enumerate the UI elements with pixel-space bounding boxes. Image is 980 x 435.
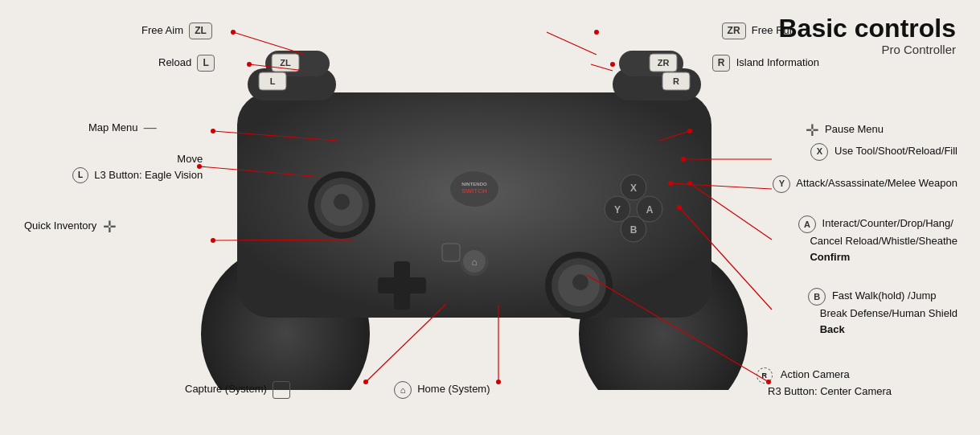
svg-point-53 xyxy=(594,30,599,35)
label-free-aim: Free Aim ZL xyxy=(141,23,212,39)
svg-point-22 xyxy=(572,274,588,290)
svg-text:NINTENDO: NINTENDO xyxy=(461,182,487,187)
capture-button-icon xyxy=(273,381,290,399)
svg-text:Y: Y xyxy=(614,204,621,215)
a-confirm-text: Confirm xyxy=(810,251,850,263)
svg-point-18 xyxy=(334,194,350,210)
pause-menu-text: Pause Menu xyxy=(825,123,884,135)
r3-button-icon: R xyxy=(757,367,773,384)
label-free-run: ZR Free Run xyxy=(722,23,795,39)
zr-button-icon: ZR xyxy=(722,23,746,39)
label-quick-inventory: Quick Inventory ✛ xyxy=(24,215,117,238)
svg-text:ZR: ZR xyxy=(658,58,670,68)
svg-rect-24 xyxy=(378,277,426,293)
move-text: Move xyxy=(177,153,203,165)
svg-text:ZL: ZL xyxy=(280,58,291,68)
svg-text:+: + xyxy=(500,184,509,200)
action-camera-text: Action Camera R3 Button: Center Camera xyxy=(757,368,892,397)
minus-button-icon: — xyxy=(144,119,157,137)
home-button-icon: ⌂ xyxy=(394,381,412,399)
label-move: Move L L3 Button: Eagle Vision xyxy=(72,151,203,183)
page-title: Basic controls xyxy=(778,14,956,43)
x-circle-icon: X xyxy=(810,143,828,161)
svg-text:X: X xyxy=(630,183,637,194)
label-x-button: X Use Tool/Shoot/Reload/Fill xyxy=(810,143,957,161)
r-button-icon: R xyxy=(712,55,731,72)
label-pause-menu: ✛ Pause Menu xyxy=(806,119,884,142)
svg-text:SWITCH: SWITCH xyxy=(461,187,487,195)
island-info-text: Island Information xyxy=(736,56,819,68)
label-capture: Capture (System) xyxy=(185,381,290,399)
l-button-icon: L xyxy=(197,55,214,72)
label-reload: Reload L xyxy=(158,55,215,72)
home-text: Home (System) xyxy=(417,383,490,395)
reload-text: Reload xyxy=(158,56,191,68)
a-action-text: Interact/Counter/Drop/Hang/ Cancel Reloa… xyxy=(798,217,957,262)
y-circle-icon: Y xyxy=(773,175,790,193)
page-container: Basic controls Pro Controller ZL xyxy=(0,0,980,435)
svg-text:R: R xyxy=(673,76,679,86)
svg-text:L: L xyxy=(270,76,276,86)
b-back-text: Back xyxy=(820,323,845,335)
label-action-camera: R Action Camera R3 Button: Center Camera xyxy=(757,367,892,399)
dpad-icon: ✛ xyxy=(103,215,117,238)
a-circle-icon: A xyxy=(798,215,816,233)
label-a-button: A Interact/Counter/Drop/Hang/ Cancel Rel… xyxy=(798,215,957,265)
label-b-button: B Fast Walk(hold) /Jump Break Defense/Hu… xyxy=(808,288,957,337)
label-y-button: Y Attack/Assassinate/Melee Weapon xyxy=(773,175,957,193)
r3-center-text: R3 Button: Center Camera xyxy=(768,385,892,397)
free-run-text: Free Run xyxy=(752,24,795,36)
label-island-information: R Island Information xyxy=(712,55,819,72)
label-map-menu: Map Menu — xyxy=(88,119,157,137)
zl-button-icon: ZL xyxy=(189,23,212,39)
svg-point-43 xyxy=(231,30,236,35)
map-menu-text: Map Menu xyxy=(88,121,137,133)
capture-text: Capture (System) xyxy=(185,383,267,395)
l3-circle-icon: L xyxy=(72,167,88,183)
y-action-text: Attack/Assassinate/Melee Weapon xyxy=(796,177,957,189)
b-action-text: Fast Walk(hold) /Jump Break Defense/Huma… xyxy=(808,289,957,334)
svg-text:⌂: ⌂ xyxy=(471,256,477,268)
label-home: ⌂ Home (System) xyxy=(394,381,490,399)
quick-inventory-text: Quick Inventory xyxy=(24,220,96,232)
controller-image: ZL L ZR R + ⌂ X xyxy=(129,44,820,390)
svg-rect-30 xyxy=(442,244,460,261)
svg-text:A: A xyxy=(646,204,654,215)
svg-text:B: B xyxy=(630,224,638,236)
free-aim-text: Free Aim xyxy=(141,24,183,36)
l3-eagle-vision-text: L3 Button: Eagle Vision xyxy=(94,169,203,181)
x-action-text: Use Tool/Shoot/Reload/Fill xyxy=(834,145,957,157)
plus-button-icon: ✛ xyxy=(806,119,819,142)
b-circle-icon: B xyxy=(808,288,826,306)
